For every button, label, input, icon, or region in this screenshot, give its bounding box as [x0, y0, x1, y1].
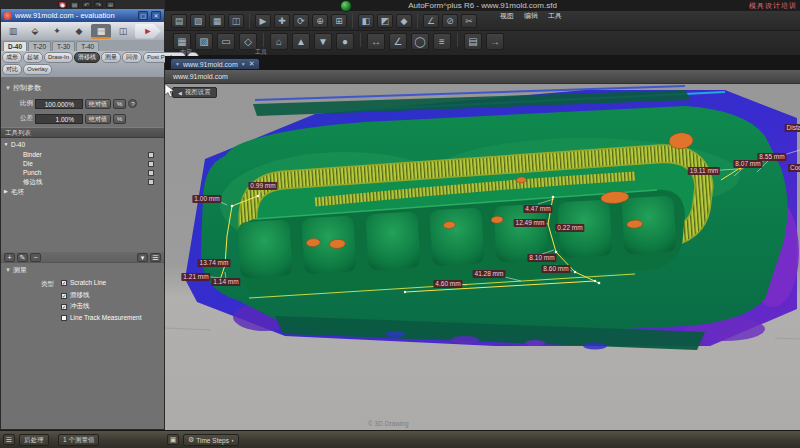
tree-item-punch[interactable]: Punch: [1, 168, 164, 177]
evaluate-icon[interactable]: ►: [135, 24, 161, 39]
app-logo-icon[interactable]: ◉: [58, 1, 67, 8]
checkbox-filled[interactable]: [61, 315, 67, 321]
document-tab[interactable]: ▼ www.91mold.com ▼ ✕: [170, 58, 260, 70]
3d-viewport[interactable]: © 3D Drawing 0.99 mm1.00 mm13.74 mm1.21 …: [165, 84, 800, 430]
clip-icon[interactable]: ✂: [461, 14, 477, 28]
checkbox-checked[interactable]: ✓: [61, 280, 67, 286]
postprocess-button[interactable]: 后处理: [19, 434, 49, 446]
evaluation-titlebar[interactable]: www.91mold.com - evaluation ▢ ✕: [1, 9, 164, 22]
measurement-label[interactable]: 41.28 mm: [473, 270, 506, 278]
blank-tool-icon[interactable]: ●: [336, 33, 354, 50]
collapsed-triangle-icon[interactable]: ▶: [1, 187, 11, 196]
measurement-label[interactable]: 19.11 mm: [688, 167, 720, 175]
wireframe-icon[interactable]: ▭: [217, 33, 235, 50]
binder-tool-icon[interactable]: ▼: [314, 33, 332, 50]
result-tab-overlay[interactable]: Overlay: [23, 64, 52, 75]
chevron-left-icon[interactable]: ◀: [178, 90, 182, 96]
tree-root-blank[interactable]: ▶毛坯: [1, 187, 164, 196]
params-section-header[interactable]: ▼控制参数: [5, 83, 41, 93]
top-view-icon[interactable]: ◩: [377, 14, 393, 28]
percent-toggle[interactable]: %: [113, 99, 126, 109]
measurement-label[interactable]: Coo: [788, 164, 800, 172]
menu-view[interactable]: 视图: [500, 11, 514, 20]
import-icon[interactable]: ▥: [3, 24, 23, 39]
checkbox-checked[interactable]: ✓: [61, 293, 67, 299]
print-icon[interactable]: ▦: [209, 14, 225, 28]
results-icon[interactable]: ▦: [91, 24, 111, 39]
edit-icon[interactable]: ✎: [17, 253, 28, 262]
report-icon[interactable]: ▤: [464, 33, 482, 50]
rotate-icon[interactable]: ⟳: [293, 14, 309, 28]
breadcrumb[interactable]: www.91mold.com: [173, 73, 228, 80]
pan-icon[interactable]: ✚: [274, 14, 290, 28]
menu-edit[interactable]: 编辑: [524, 11, 538, 20]
angle-icon[interactable]: ∠: [389, 33, 407, 50]
add-icon[interactable]: +: [4, 253, 15, 262]
measurement-label[interactable]: 8.07 mm: [733, 160, 762, 168]
zoom-icon[interactable]: ⊕: [312, 14, 328, 28]
tab-close-icon[interactable]: ✕: [249, 60, 255, 68]
copy-icon[interactable]: ◫: [228, 14, 244, 28]
window-icon[interactable]: ⊞: [106, 1, 115, 8]
stage-tab-t40[interactable]: T-40: [76, 41, 99, 51]
section-icon[interactable]: ⊘: [442, 14, 458, 28]
tree-root-d40[interactable]: ▼D-40: [1, 140, 164, 149]
absolute-button[interactable]: 绝对值: [85, 99, 111, 109]
measure-item-scratch[interactable]: ✓Scratch Line: [61, 279, 106, 286]
tab-menu-icon[interactable]: ▼: [175, 61, 180, 67]
tree-item-binder[interactable]: Binder: [1, 150, 164, 159]
measure-item-skidline[interactable]: ✓滑移线: [61, 291, 90, 300]
geometry-icon[interactable]: ⬙: [25, 24, 45, 39]
redo-icon[interactable]: ↷: [94, 1, 103, 8]
result-tab-skidlines[interactable]: 滑移线: [74, 52, 100, 63]
restore-button[interactable]: ▢: [138, 11, 148, 20]
measurement-label[interactable]: 4.60 mm: [433, 280, 462, 288]
result-tab-wrinkles[interactable]: 起皱: [23, 52, 43, 63]
list-options-icon[interactable]: ☰: [150, 253, 161, 262]
time-steps-button[interactable]: ⚙ Time Steps ◖: [183, 434, 239, 446]
part-3d-view[interactable]: [165, 84, 800, 430]
surface-icon[interactable]: ▨: [195, 33, 213, 50]
menu-tools[interactable]: 工具: [548, 11, 562, 20]
expand-triangle-icon[interactable]: ▼: [1, 140, 11, 149]
checkbox[interactable]: [148, 161, 154, 167]
result-tab-compare[interactable]: 对比: [2, 64, 22, 75]
measurement-label[interactable]: 1.21 mm: [181, 273, 210, 281]
chevron-down-icon[interactable]: ▼: [241, 61, 246, 67]
scale-value-input[interactable]: 100.000%: [35, 99, 83, 109]
measure-item-linetrack[interactable]: Line Track Measurement: [61, 314, 142, 321]
measurement-count-button[interactable]: 1 个测量值: [58, 434, 99, 446]
result-tab-drawin[interactable]: Draw-In: [44, 52, 73, 63]
die-tool-icon[interactable]: ⌂: [270, 33, 288, 50]
measurement-label[interactable]: 0.99 mm: [248, 182, 277, 190]
remove-icon[interactable]: −: [30, 253, 41, 262]
undo-icon[interactable]: ↶: [82, 1, 91, 8]
export-icon[interactable]: →: [486, 33, 504, 50]
measurement-label[interactable]: 8.55 mm: [757, 153, 786, 161]
percent-toggle[interactable]: %: [113, 114, 126, 124]
tree-item-trimline[interactable]: 修边线: [1, 177, 164, 186]
measurement-label[interactable]: Dista: [785, 124, 800, 132]
info-icon[interactable]: ?: [128, 99, 137, 108]
radius-icon[interactable]: ◯: [411, 33, 429, 50]
checkbox[interactable]: [148, 152, 154, 158]
blank-icon[interactable]: ◆: [69, 24, 89, 39]
measurement-label[interactable]: 13.74 mm: [198, 259, 231, 267]
measurement-label[interactable]: 1.14 mm: [211, 278, 240, 286]
measure-section-header[interactable]: ▼测量: [5, 265, 27, 275]
front-view-icon[interactable]: ◧: [358, 14, 374, 28]
checkbox[interactable]: [148, 170, 154, 176]
measure-item-impactline[interactable]: ✓冲击线: [61, 302, 90, 311]
compare-icon[interactable]: ◫: [113, 24, 133, 39]
gear-icon[interactable]: ⚙: [188, 436, 194, 444]
measurement-label[interactable]: 8.10 mm: [527, 254, 556, 262]
result-tab-forming[interactable]: 成形: [2, 52, 22, 63]
measurement-label[interactable]: 8.60 mm: [541, 265, 570, 273]
select-icon[interactable]: ▶: [255, 14, 271, 28]
play-toggle-icon[interactable]: ◖: [231, 437, 234, 443]
iso-view-icon[interactable]: ◆: [396, 14, 412, 28]
measurement-label[interactable]: 0.22 mm: [555, 224, 584, 232]
measurement-label[interactable]: 12.49 mm: [514, 219, 547, 227]
view-settings-button[interactable]: ◀ 视图设置: [172, 87, 217, 98]
measurement-label[interactable]: 1.00 mm: [192, 195, 221, 203]
